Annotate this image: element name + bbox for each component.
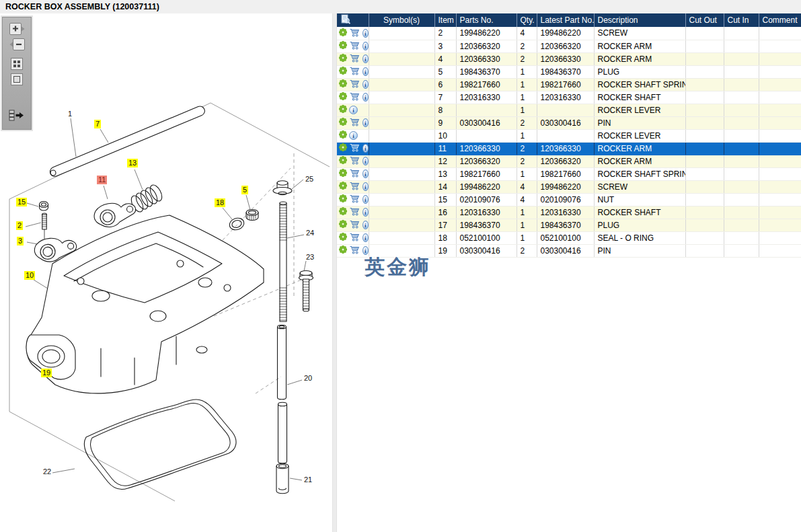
cart-icon[interactable] [349,194,360,205]
cart-icon[interactable] [349,181,360,192]
table-row-item-13[interactable]: i131982176601198217660ROCKER SHAFT SPRIN… [337,167,801,180]
cell-cut_out [685,104,724,116]
info-icon[interactable]: i [363,221,369,229]
table-row-item-15[interactable]: i150201090764020109076NUT [337,193,801,206]
callout-18[interactable]: 18 [215,198,225,207]
cart-icon[interactable] [349,66,360,77]
callout-2[interactable]: 2 [16,221,23,230]
table-row-item-18[interactable]: i180521001001052100100SEAL - O RING [337,231,801,244]
cart-icon[interactable] [349,117,360,128]
info-icon[interactable]: i [363,195,369,204]
callout-3[interactable]: 3 [17,237,24,245]
zoom-out-button[interactable] [8,38,26,52]
gear-icon[interactable] [339,105,347,115]
info-icon[interactable]: i [349,106,358,114]
cart-icon[interactable] [349,91,360,103]
callout-19[interactable]: 19 [41,369,52,377]
callout-5[interactable]: 5 [241,186,248,194]
info-icon[interactable]: i [349,131,358,140]
panel-splitter[interactable] [332,13,337,532]
gear-icon[interactable] [339,79,347,89]
cart-icon[interactable] [349,28,360,39]
table-row-item-8[interactable]: i81ROCKER LEVER [337,104,801,116]
table-row-item-12[interactable]: i121203663202120366320ROCKER ARM [337,155,801,167]
callout-13[interactable]: 13 [127,159,138,167]
cart-icon[interactable] [349,53,360,65]
info-icon[interactable]: i [363,246,369,255]
gear-icon[interactable] [339,220,347,230]
callout-23[interactable]: 23 [305,253,315,262]
gear-icon[interactable] [339,54,347,64]
cell-cut_out [685,231,724,244]
gear-icon[interactable] [339,41,347,51]
zoom-in-button[interactable] [8,22,26,36]
callout-15[interactable]: 15 [16,198,27,206]
info-icon[interactable]: i [363,93,369,102]
cell-item: 7 [434,91,456,104]
gear-icon[interactable] [339,245,347,256]
overview-button[interactable] [8,57,26,71]
callout-21[interactable]: 21 [303,476,313,484]
cell-item: 12 [434,155,456,167]
info-icon[interactable]: i [363,182,369,191]
gear-icon[interactable] [339,233,347,243]
cart-icon[interactable] [349,40,360,52]
table-row-item-16[interactable]: i161203163301120316330ROCKER SHAFT [337,206,801,219]
callout-10[interactable]: 10 [24,271,35,280]
table-row-item-17[interactable]: i171984363701198436370PLUG [337,219,801,231]
gear-icon[interactable] [339,67,347,77]
callout-25[interactable]: 25 [304,175,315,184]
callout-11[interactable]: 11 [97,176,107,184]
info-icon[interactable]: i [363,29,369,38]
callout-22[interactable]: 22 [42,467,52,476]
cart-icon[interactable] [349,206,360,218]
table-row-item-2[interactable]: i21994862204199486220SCREW [337,27,801,40]
info-icon[interactable]: i [363,144,369,153]
info-icon[interactable]: i [363,118,369,127]
table-row-item-7[interactable]: i71203163301120316330ROCKER SHAFT [337,91,801,104]
gear-icon[interactable] [339,130,347,141]
callout-24[interactable]: 24 [305,229,315,237]
gear-icon[interactable] [339,207,347,217]
table-row-item-4[interactable]: i41203663302120366330ROCKER ARM [337,52,801,65]
cell-description: ROCKER ARM [594,155,685,167]
cart-icon[interactable] [349,143,360,154]
toggle-parts-list-button[interactable] [8,108,26,122]
table-row-item-5[interactable]: i51984363701198436370PLUG [337,65,801,78]
callout-20[interactable]: 20 [303,374,313,383]
gear-icon[interactable] [339,118,347,128]
fit-view-button[interactable] [8,73,26,87]
cart-icon[interactable] [349,155,360,167]
info-icon[interactable]: i [363,42,369,50]
table-row-item-10[interactable]: i101ROCKER LEVER [337,129,801,142]
table-row-item-3[interactable]: i31203663202120366320ROCKER ARM [337,40,801,52]
info-icon[interactable]: i [363,54,369,63]
table-row-item-11[interactable]: i111203663302120366330ROCKER ARM [337,142,801,155]
info-icon[interactable]: i [363,208,369,217]
info-icon[interactable]: i [363,233,369,242]
callout-7[interactable]: 7 [94,120,101,128]
row-actions-cell: i [337,231,369,244]
gear-icon[interactable] [339,156,347,166]
info-icon[interactable]: i [363,80,369,89]
cell-item: 17 [434,219,456,231]
cart-icon[interactable] [349,232,360,243]
cart-icon[interactable] [349,219,360,231]
gear-icon[interactable] [339,143,347,153]
gear-icon[interactable] [339,169,347,179]
info-icon[interactable]: i [363,67,369,76]
info-icon[interactable]: i [363,157,369,165]
info-icon[interactable]: i [363,169,369,178]
callout-1[interactable]: 1 [67,110,73,118]
table-row-item-19[interactable]: i190303004162030300416PIN [337,244,801,257]
table-row-item-9[interactable]: i90303004162030300416PIN [337,116,801,129]
cart-icon[interactable] [349,168,360,180]
cart-icon[interactable] [349,245,360,256]
table-row-item-14[interactable]: i141994862204199486220SCREW [337,180,801,193]
gear-icon[interactable] [339,182,347,192]
cart-icon[interactable] [349,79,360,90]
gear-icon[interactable] [339,28,347,38]
gear-icon[interactable] [339,194,347,204]
table-row-item-6[interactable]: i61982176601198217660ROCKER SHAFT SPRING [337,78,801,91]
gear-icon[interactable] [339,92,347,102]
